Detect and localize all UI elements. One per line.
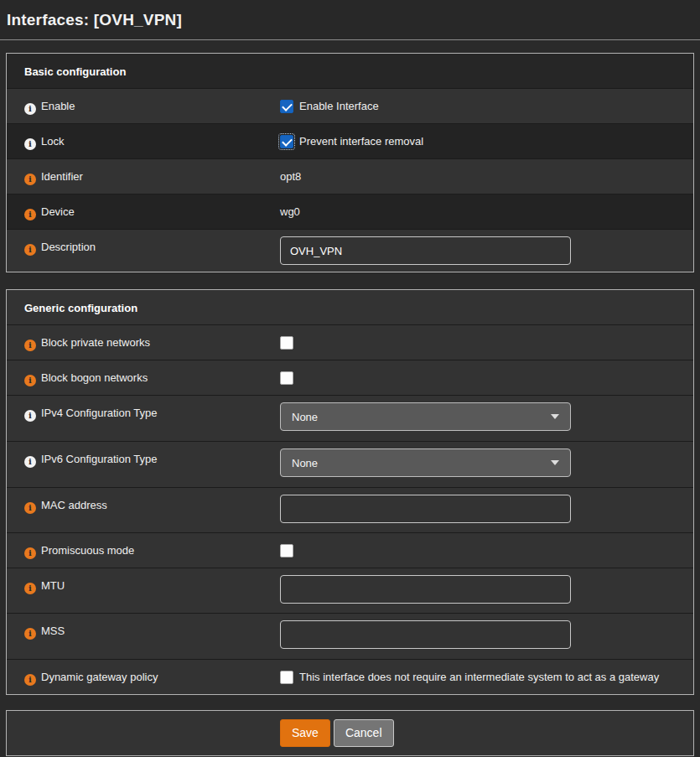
page-title-bar: Interfaces: [OVH_VPN] [0,0,700,40]
action-bar: Save Cancel [6,710,694,756]
save-button[interactable]: Save [280,719,330,747]
info-icon[interactable] [24,138,36,150]
generic-configuration-panel: Generic configuration Block private netw… [6,289,694,695]
section-title-generic: Generic configuration [7,290,693,325]
info-icon[interactable] [24,375,36,386]
form-row-ipv6-type: IPv6 Configuration Type None [7,442,693,488]
basic-configuration-panel: Basic configuration Enable Enable Interf… [6,53,694,272]
form-row-identifier: Identifier opt8 [7,159,693,194]
field-label-description: Description [41,241,96,253]
chevron-down-icon [551,414,559,419]
form-row-description: Description [7,230,693,272]
form-row-block-private: Block private networks [7,325,693,360]
field-label-block-private: Block private networks [41,336,150,349]
form-row-enable: Enable Enable Interface [7,89,693,124]
field-label-identifier: Identifier [41,170,83,183]
form-row-ipv4-type: IPv4 Configuration Type None [7,396,693,442]
form-row-dynamic-gateway: Dynamic gateway policy This interface do… [7,660,693,694]
info-icon[interactable] [24,502,36,514]
form-row-mss: MSS [7,614,693,660]
block-private-checkbox[interactable] [280,336,293,350]
ipv4-config-select-value: None [292,411,318,423]
cancel-button[interactable]: Cancel [334,719,394,747]
info-icon[interactable] [24,410,36,422]
info-icon[interactable] [24,628,36,640]
info-icon[interactable] [24,456,36,468]
field-label-device: Device [41,205,75,218]
mtu-input[interactable] [280,575,571,604]
field-label-dynamic-gateway: Dynamic gateway policy [41,671,158,683]
device-value: wg0 [280,205,300,218]
form-row-lock: Lock Prevent interface removal [7,124,693,159]
info-icon[interactable] [24,103,36,115]
info-icon[interactable] [24,674,36,686]
dynamic-gateway-checkbox[interactable] [280,671,293,684]
info-icon[interactable] [24,244,36,256]
page-title: Interfaces: [OVH_VPN] [7,11,182,29]
section-title-basic: Basic configuration [7,54,693,89]
description-input[interactable] [280,236,571,265]
form-row-block-bogon: Block bogon networks [7,360,693,396]
chevron-down-icon [551,460,559,465]
enable-interface-checkbox[interactable] [280,100,293,113]
promiscuous-mode-checkbox[interactable] [280,544,293,557]
enable-interface-checkbox-label: Enable Interface [299,99,379,113]
field-label-mac: MAC address [41,499,107,511]
field-label-mtu: MTU [41,579,65,592]
info-icon[interactable] [24,209,36,220]
field-label-ipv4-type: IPv4 Configuration Type [41,407,158,419]
field-label-enable: Enable [41,100,75,112]
identifier-value: opt8 [280,170,301,183]
block-bogon-checkbox[interactable] [280,371,293,385]
form-row-promiscuous: Promiscuous mode [7,533,693,568]
info-icon[interactable] [24,547,36,559]
dynamic-gateway-checkbox-label: This interface does not require an inter… [299,670,659,684]
form-row-mtu: MTU [7,568,693,614]
ipv6-config-select[interactable]: None [280,448,571,477]
mss-input[interactable] [280,620,571,649]
ipv6-config-select-value: None [292,457,318,469]
mac-address-input[interactable] [280,495,571,523]
prevent-removal-checkbox[interactable] [280,135,293,148]
field-label-lock: Lock [41,135,64,148]
prevent-removal-checkbox-label: Prevent interface removal [299,134,423,148]
info-icon[interactable] [24,340,36,351]
info-icon[interactable] [24,583,36,594]
field-label-promiscuous: Promiscuous mode [41,544,134,557]
form-row-device: Device wg0 [7,194,693,230]
form-row-mac: MAC address [7,488,693,533]
field-label-ipv6-type: IPv6 Configuration Type [41,453,158,465]
field-label-mss: MSS [41,625,65,637]
info-icon[interactable] [24,174,36,185]
ipv4-config-select[interactable]: None [280,402,571,431]
field-label-block-bogon: Block bogon networks [41,371,148,384]
